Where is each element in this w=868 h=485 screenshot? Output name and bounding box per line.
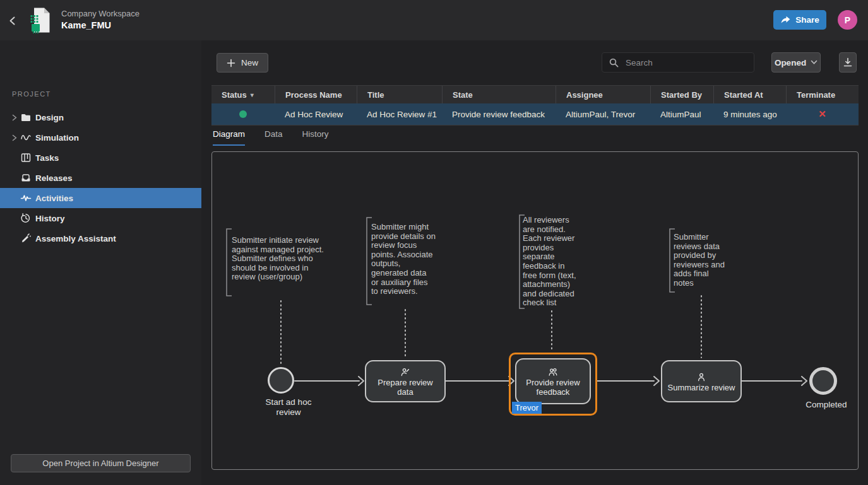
table-header: Status ▾ Process Name Title State Assign… bbox=[211, 85, 859, 103]
node-label: Summarize review bbox=[666, 383, 737, 392]
sidebar-section-label: PROJECT bbox=[12, 90, 51, 98]
annotation-summarize: Submitter reviews data provided by revie… bbox=[674, 233, 752, 288]
search-input[interactable] bbox=[624, 57, 747, 68]
sidebar-item-simulation[interactable]: Simulation bbox=[0, 127, 201, 148]
tab-history[interactable]: History bbox=[302, 129, 329, 146]
title-cell: Ad Hoc Review #1 bbox=[357, 110, 442, 119]
sidebar-item-assembly-assistant[interactable]: Assembly Assistant bbox=[0, 228, 201, 248]
sidebar-item-design[interactable]: Design bbox=[0, 107, 201, 127]
sidebar: PROJECT Design Simulation Tasks bbox=[0, 40, 201, 485]
users-icon bbox=[548, 367, 558, 377]
workspace-label: Company Workspace bbox=[61, 9, 140, 18]
folder-icon bbox=[20, 112, 32, 123]
sidebar-item-label: History bbox=[35, 214, 65, 223]
column-header-title[interactable]: Title bbox=[357, 86, 442, 103]
soldering-iron-icon bbox=[20, 233, 32, 244]
user-edit-icon bbox=[400, 367, 410, 377]
column-header-status[interactable]: Status ▾ bbox=[211, 86, 275, 103]
new-button-label: New bbox=[241, 58, 258, 67]
avatar[interactable]: P bbox=[838, 10, 857, 30]
node-label: Prepare review data bbox=[370, 378, 441, 397]
user-icon bbox=[696, 372, 706, 382]
download-icon bbox=[842, 57, 853, 68]
assignee-cell: AltiumPaul, Trevor bbox=[556, 110, 650, 119]
annotation-provide: All reviewers are notified. Each reviewe… bbox=[523, 216, 595, 308]
back-button[interactable] bbox=[6, 13, 23, 29]
sidebar-item-label: Tasks bbox=[35, 153, 59, 163]
status-cell bbox=[211, 110, 275, 118]
sidebar-item-history[interactable]: History bbox=[0, 208, 201, 228]
terminate-cell: ✕ bbox=[786, 108, 859, 120]
workflow-diagram-panel: Submitter initiate review against manage… bbox=[211, 151, 859, 470]
activities-table: Status ▾ Process Name Title State Assign… bbox=[211, 85, 859, 126]
chevron-right-icon bbox=[11, 114, 18, 121]
view-tabs: Diagram Data History bbox=[213, 129, 329, 146]
sidebar-item-label: Design bbox=[35, 113, 64, 122]
annotation-prepare: Submitter might provide details on revie… bbox=[371, 223, 482, 296]
new-button[interactable]: New bbox=[217, 53, 268, 73]
node-label: Provide review feedback bbox=[518, 378, 588, 397]
node-end-label: Completed bbox=[795, 400, 858, 410]
share-label: Share bbox=[795, 15, 819, 25]
sidebar-item-label: Activities bbox=[35, 194, 73, 203]
assignee-badge: Trevor bbox=[512, 402, 542, 414]
sidebar-list: Design Simulation Tasks Releases bbox=[0, 107, 201, 248]
waveform-icon bbox=[20, 132, 32, 143]
node-prepare-review-data[interactable]: Prepare review data bbox=[365, 360, 446, 402]
started-by-cell: AltiumPaul bbox=[650, 110, 713, 119]
table-row[interactable]: Ad Hoc Review Ad Hoc Review #1 Provide r… bbox=[211, 103, 859, 126]
column-header-assignee[interactable]: Assignee bbox=[556, 86, 650, 103]
page-title: Kame_FMU bbox=[61, 20, 111, 30]
column-header-started-at[interactable]: Started At bbox=[713, 86, 786, 103]
sidebar-item-activities[interactable]: Activities bbox=[0, 188, 201, 208]
sort-desc-icon: ▾ bbox=[251, 91, 254, 98]
chevron-down-icon bbox=[811, 60, 817, 65]
terminate-x-icon[interactable]: ✕ bbox=[818, 108, 826, 120]
status-dot bbox=[239, 110, 247, 118]
download-button[interactable] bbox=[839, 52, 857, 73]
search-box bbox=[602, 52, 754, 73]
tab-data[interactable]: Data bbox=[265, 129, 283, 146]
annotation-start: Submitter initiate review against manage… bbox=[232, 236, 367, 282]
state-cell: Provide review feedback bbox=[442, 110, 556, 119]
history-icon bbox=[20, 213, 32, 224]
column-header-started-by[interactable]: Started By bbox=[650, 86, 713, 103]
sidebar-item-tasks[interactable]: Tasks bbox=[0, 148, 201, 168]
filter-label: Opened bbox=[775, 58, 806, 67]
share-button[interactable]: Share bbox=[773, 10, 826, 30]
avatar-initial: P bbox=[845, 15, 850, 25]
share-icon bbox=[780, 16, 790, 25]
pulse-icon bbox=[20, 192, 32, 204]
chevron-right-icon bbox=[11, 134, 18, 141]
app-header: Company Workspace Kame_FMU Share P bbox=[0, 0, 868, 40]
search-icon bbox=[609, 57, 619, 68]
sidebar-item-label: Assembly Assistant bbox=[35, 234, 116, 243]
process-name-cell: Ad Hoc Review bbox=[275, 110, 357, 119]
kanban-icon bbox=[20, 152, 32, 163]
sidebar-item-label: Simulation bbox=[35, 133, 79, 143]
node-provide-review-feedback[interactable]: Provide review feedback bbox=[515, 358, 591, 404]
node-end-event[interactable] bbox=[809, 367, 837, 395]
project-icon bbox=[29, 7, 52, 33]
tab-diagram[interactable]: Diagram bbox=[213, 129, 245, 146]
inbox-icon bbox=[20, 172, 32, 184]
sidebar-item-releases[interactable]: Releases bbox=[0, 168, 201, 188]
filter-dropdown[interactable]: Opened bbox=[771, 52, 821, 73]
plus-icon bbox=[227, 59, 235, 67]
node-start-event[interactable] bbox=[268, 367, 294, 394]
column-header-process-name[interactable]: Process Name bbox=[275, 86, 357, 103]
sidebar-item-label: Releases bbox=[35, 173, 73, 183]
diagram-connectors bbox=[212, 152, 858, 469]
node-summarize-review[interactable]: Summarize review bbox=[661, 360, 742, 402]
open-project-button[interactable]: Open Project in Altium Designer bbox=[11, 454, 191, 472]
column-header-terminate[interactable]: Terminate bbox=[786, 86, 859, 103]
node-start-label: Start ad hoc review bbox=[257, 397, 320, 417]
column-header-state[interactable]: State bbox=[442, 86, 556, 103]
started-at-cell: 9 minutes ago bbox=[713, 110, 786, 119]
chevron-left-icon bbox=[6, 15, 23, 27]
